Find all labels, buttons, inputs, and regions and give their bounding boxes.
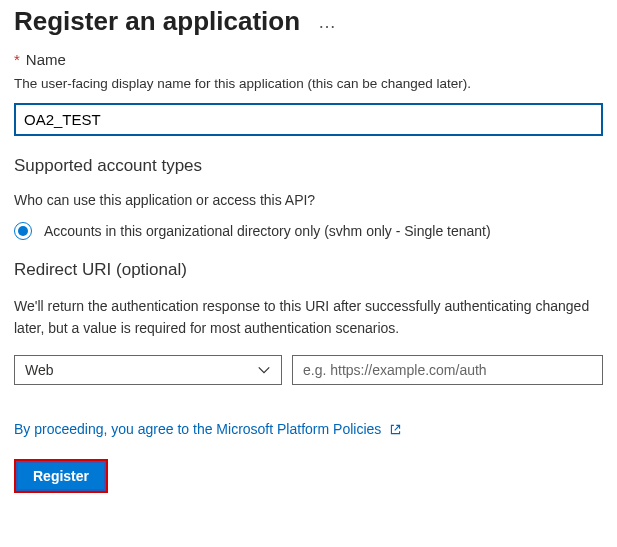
name-hint: The user-facing display name for this ap… [14, 76, 603, 91]
radio-dot [18, 226, 28, 236]
account-types-question: Who can use this application or access t… [14, 192, 603, 208]
external-link-icon [389, 423, 402, 436]
platform-select-value: Web [25, 362, 54, 378]
register-button-highlight: Register [14, 459, 108, 493]
more-actions-icon[interactable]: … [318, 13, 338, 31]
page-title: Register an application [14, 6, 300, 37]
platform-policies-link-text: By proceeding, you agree to the Microsof… [14, 421, 381, 437]
name-label: *Name [14, 51, 603, 68]
name-input[interactable] [14, 103, 603, 136]
account-types-heading: Supported account types [14, 156, 603, 176]
required-marker: * [14, 51, 20, 68]
redirect-uri-input[interactable] [292, 355, 603, 385]
platform-policies-link[interactable]: By proceeding, you agree to the Microsof… [14, 421, 402, 437]
register-button[interactable]: Register [18, 463, 104, 489]
account-type-radio[interactable] [14, 222, 32, 240]
chevron-down-icon [257, 363, 271, 377]
platform-select[interactable]: Web [14, 355, 282, 385]
redirect-uri-heading: Redirect URI (optional) [14, 260, 603, 280]
name-label-text: Name [26, 51, 66, 68]
redirect-uri-body: We'll return the authentication response… [14, 296, 603, 339]
account-type-option-label: Accounts in this organizational director… [44, 223, 491, 239]
